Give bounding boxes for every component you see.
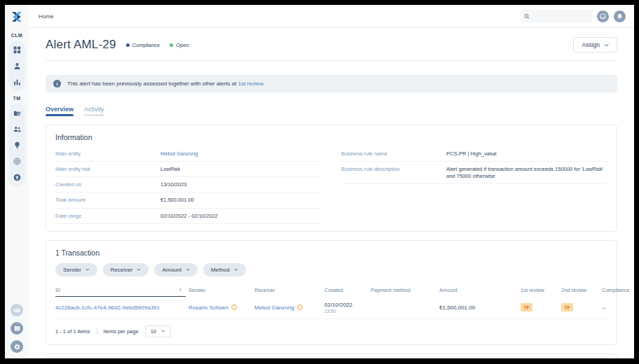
transactions-card: 1 Transaction Sender Receiver Amount — [46, 240, 617, 345]
tab-activity[interactable]: Activity — [84, 106, 104, 116]
open-dot-icon — [170, 43, 173, 47]
column-header-receiver[interactable]: Receiver — [254, 284, 322, 296]
tf-badge: TF — [521, 303, 532, 312]
information-right-column: Business rule name PCS-PR | High_value B… — [341, 146, 607, 224]
people-icon[interactable] — [13, 125, 21, 133]
tab-overview[interactable]: Overview — [46, 106, 74, 116]
tf-badge: TF — [561, 303, 573, 312]
chevron-down-icon — [85, 268, 90, 271]
first-review-link[interactable]: 1st review — [238, 80, 263, 87]
info-row-business-rule-description: Business rule description Alert generate… — [341, 162, 607, 184]
column-header-sender[interactable]: Sender — [188, 284, 252, 296]
compliance-cell: -- — [602, 304, 607, 311]
filter-sender[interactable]: Sender — [55, 263, 97, 276]
column-header-1st-review[interactable]: 1st review — [521, 284, 558, 296]
page-head: Alert AML-29 Compliance Open Assign — [46, 28, 617, 61]
filter-method[interactable]: Method — [203, 263, 246, 276]
lightbulb-icon[interactable] — [13, 141, 21, 149]
pagination-range: 1 - 1 of 1 items — [55, 328, 90, 335]
gear-icon[interactable] — [11, 340, 23, 353]
filter-amount[interactable]: Amount — [154, 263, 198, 276]
info-row-created-on: Created on 13/10/2023 — [55, 177, 322, 192]
info-row-date-range: Date range 02/10/2022 - 02/10/2022 — [55, 209, 322, 224]
column-header-payment-method[interactable]: Payment method — [371, 284, 437, 296]
transaction-id-link[interactable]: 4c228acb-1cfc-47e4-96d2-9ebd5909a391 — [55, 304, 186, 311]
info-row-business-rule-name: Business rule name PCS-PR | High_value — [341, 146, 607, 162]
page-content: Alert AML-29 Compliance Open Assign — [29, 28, 634, 358]
sidebar-section-label-clm: CLM — [11, 33, 22, 38]
bell-icon[interactable] — [614, 10, 626, 22]
chevron-down-icon — [186, 268, 190, 271]
upload-circle-icon[interactable] — [13, 173, 21, 181]
first-review-cell: TF — [521, 303, 558, 312]
table-row: 4c228acb-1cfc-47e4-96d2-9ebd5909a391 Ros… — [55, 297, 607, 319]
status-badge-compliance: Compliance — [126, 42, 160, 48]
sidebar-bottom: NB — [11, 304, 23, 353]
search-box[interactable] — [521, 10, 592, 22]
information-title: Information — [55, 133, 607, 141]
pagination-bar: 1 - 1 of 1 items Items per page 10 — [55, 326, 607, 337]
compliance-dot-icon — [126, 43, 130, 47]
inbox-icon[interactable] — [597, 10, 609, 22]
person-icon[interactable] — [13, 62, 21, 70]
info-icon: i — [53, 80, 61, 88]
chevron-down-icon — [604, 43, 609, 47]
receiver-link[interactable]: Metod Ganzorig ! — [254, 304, 322, 311]
tab-bar: Overview Activity — [46, 106, 617, 116]
warning-icon[interactable]: ! — [297, 304, 303, 310]
banner-text: This alert has been previously assessed … — [67, 80, 265, 87]
screenshot-frame: CLM TM — [0, 0, 639, 364]
warning-icon[interactable]: ! — [231, 304, 237, 310]
search-input[interactable] — [532, 13, 589, 20]
app-window: CLM TM — [5, 5, 634, 358]
column-header-id[interactable]: ID ↑ — [55, 284, 186, 297]
info-banner: i This alert has been previously assesse… — [46, 75, 617, 92]
amount-cell: €1,500,001.00 — [439, 304, 518, 311]
pagination-divider — [97, 328, 97, 335]
second-review-cell: TF — [561, 303, 599, 312]
transactions-title: 1 Transaction — [55, 248, 607, 257]
sidebar-section-label-tm: TM — [13, 96, 21, 101]
column-header-amount[interactable]: Amount — [439, 284, 518, 296]
info-row-main-entity: Main entity Metod Ganzorig — [55, 146, 322, 162]
topbar: Home — [29, 5, 634, 28]
chevron-down-icon — [137, 268, 141, 271]
column-header-compliance[interactable]: Compliance — [602, 284, 630, 296]
info-row-main-entity-risk: Main entity risk LowRisk — [55, 162, 322, 177]
app-logo-icon[interactable] — [10, 10, 24, 24]
items-per-page-select[interactable]: 10 — [145, 326, 171, 337]
main-entity-link[interactable]: Metod Ganzorig — [160, 150, 198, 158]
assign-button[interactable]: Assign — [573, 37, 617, 52]
bar-chart-icon[interactable] — [13, 78, 21, 86]
radar-icon[interactable] — [13, 157, 21, 165]
user-avatar[interactable]: NB — [11, 304, 23, 316]
status-badge-open: Open — [170, 42, 188, 48]
page-title: Alert AML-29 — [46, 38, 116, 52]
items-per-page-label: Items per page — [104, 328, 139, 335]
filter-receiver[interactable]: Receiver — [103, 263, 149, 276]
column-header-created[interactable]: Created — [324, 284, 368, 296]
info-row-total-amount: Total amount €1,500,001.00 — [55, 192, 322, 208]
created-cell: 02/10/2022 13:50 — [324, 302, 368, 314]
chevron-down-icon — [161, 330, 165, 332]
case-search-icon[interactable] — [13, 108, 21, 117]
sidebar: CLM TM — [5, 5, 29, 358]
main-area: Home — [29, 5, 634, 358]
transactions-table: ID ↑ Sender Receiver Created Payment met… — [55, 284, 607, 319]
chevron-down-icon — [234, 268, 238, 271]
information-left-column: Main entity Metod Ganzorig Main entity r… — [55, 146, 322, 224]
assessments-card: Assessments — [46, 354, 617, 358]
dashboard-icon[interactable] — [13, 46, 21, 54]
information-card: Information Main entity Metod Ganzorig M… — [46, 125, 617, 232]
filter-bar: Sender Receiver Amount Method — [55, 263, 607, 276]
column-header-2nd-review[interactable]: 2nd review — [561, 284, 599, 296]
search-icon — [524, 13, 530, 20]
breadcrumb[interactable]: Home — [39, 13, 53, 20]
sidebar-group-clm — [8, 41, 25, 91]
sort-asc-icon[interactable]: ↑ — [179, 287, 181, 293]
table-header-row: ID ↑ Sender Receiver Created Payment met… — [55, 284, 607, 297]
sidebar-group-tm — [8, 104, 25, 186]
book-icon[interactable] — [11, 322, 23, 335]
sender-link[interactable]: Rosario Schoen ! — [188, 304, 252, 311]
